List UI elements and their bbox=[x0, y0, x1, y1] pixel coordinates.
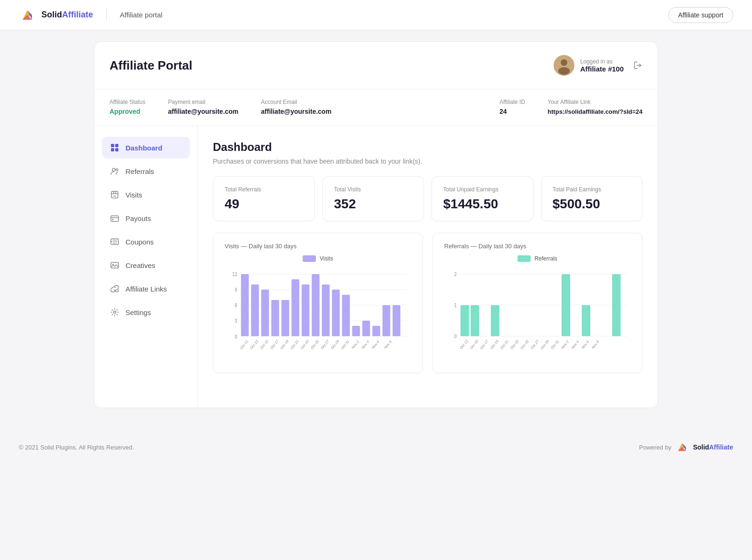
svg-text:Nov 2: Nov 2 bbox=[561, 339, 570, 350]
svg-text:Nov 2: Nov 2 bbox=[351, 339, 360, 350]
sidebar-label-referrals: Referrals bbox=[125, 167, 154, 175]
svg-text:Nov 8: Nov 8 bbox=[384, 339, 392, 350]
svg-text:Oct 21: Oct 21 bbox=[500, 339, 509, 351]
svg-text:12: 12 bbox=[232, 271, 237, 277]
svg-point-16 bbox=[114, 311, 116, 314]
sidebar-item-settings[interactable]: Settings bbox=[102, 301, 190, 323]
settings-icon bbox=[110, 307, 120, 317]
visits-chart-title: Visits — Daily last 30 days bbox=[225, 243, 411, 250]
svg-point-1 bbox=[561, 59, 567, 66]
svg-text:Oct 13: Oct 13 bbox=[459, 339, 469, 351]
stat-card-referrals: Total Referrals 49 bbox=[213, 176, 315, 221]
svg-text:Oct 23: Oct 23 bbox=[300, 339, 309, 351]
affiliate-links-icon bbox=[110, 284, 120, 294]
page-footer: © 2021 Solid Plugins. All Rights Reserve… bbox=[0, 431, 752, 464]
svg-rect-6 bbox=[115, 148, 118, 151]
svg-rect-66 bbox=[491, 305, 499, 336]
sidebar-item-visits[interactable]: Visits bbox=[102, 184, 190, 205]
stat-value-visits: 352 bbox=[334, 197, 413, 212]
sidebar-item-referrals[interactable]: Referrals bbox=[102, 160, 190, 182]
avatar bbox=[554, 55, 574, 76]
svg-rect-41 bbox=[383, 305, 391, 336]
charts-row: Visits — Daily last 30 days Visits bbox=[213, 233, 642, 373]
svg-text:Oct 27: Oct 27 bbox=[530, 339, 540, 351]
referrals-chart-title: Referrals — Daily last 30 days bbox=[444, 243, 631, 250]
svg-text:Oct 13: Oct 13 bbox=[250, 339, 259, 351]
svg-text:Oct 17: Oct 17 bbox=[270, 339, 279, 351]
svg-text:Oct 11: Oct 11 bbox=[239, 339, 249, 351]
svg-rect-33 bbox=[302, 284, 310, 336]
svg-rect-3 bbox=[111, 144, 114, 147]
svg-rect-30 bbox=[271, 300, 279, 336]
portal-header: Affiliate Portal Logged in as Affiliate … bbox=[94, 42, 658, 89]
stat-label-referrals: Total Referrals bbox=[225, 186, 303, 193]
user-details: Logged in as Affiliate #100 bbox=[580, 58, 624, 73]
payment-email-value: affiliate@yoursite.com bbox=[168, 108, 239, 115]
visits-chart-card: Visits — Daily last 30 days Visits bbox=[213, 233, 423, 373]
sidebar-label-payouts: Payouts bbox=[125, 214, 151, 222]
portal-card: Affiliate Portal Logged in as Affiliate … bbox=[94, 41, 658, 408]
svg-rect-36 bbox=[332, 290, 340, 336]
portal-title: Affiliate Portal bbox=[110, 58, 192, 73]
svg-text:Nov 6: Nov 6 bbox=[371, 339, 380, 350]
stat-value-referrals: 49 bbox=[225, 197, 303, 212]
svg-rect-39 bbox=[362, 321, 370, 336]
svg-rect-67 bbox=[562, 274, 570, 336]
svg-point-14 bbox=[112, 264, 114, 265]
svg-text:9: 9 bbox=[235, 287, 237, 292]
sidebar-item-dashboard[interactable]: Dashboard bbox=[102, 137, 190, 158]
stat-label-paid: Total Paid Earnings bbox=[553, 186, 631, 193]
svg-rect-64 bbox=[461, 305, 469, 336]
sidebar-label-coupons: Coupons bbox=[125, 238, 154, 246]
visits-legend-label: Visits bbox=[320, 255, 333, 262]
logout-icon[interactable] bbox=[633, 61, 642, 70]
info-bar: Affiliate Status Approved Payment email … bbox=[94, 89, 658, 126]
content-area: Dashboard Purchases or conversions that … bbox=[198, 126, 658, 408]
svg-rect-42 bbox=[392, 305, 400, 336]
svg-text:Oct 25: Oct 25 bbox=[310, 339, 320, 351]
visits-chart-legend: Visits bbox=[225, 255, 411, 262]
brand-logo bbox=[19, 7, 36, 24]
svg-rect-4 bbox=[115, 144, 118, 147]
support-button[interactable]: Affiliate support bbox=[668, 7, 733, 23]
payment-email-label: Payment email bbox=[168, 99, 239, 105]
sidebar-label-dashboard: Dashboard bbox=[125, 144, 162, 152]
svg-text:Oct 29: Oct 29 bbox=[540, 339, 549, 351]
referrals-legend-label: Referrals bbox=[534, 255, 557, 262]
svg-text:Oct 31: Oct 31 bbox=[550, 339, 560, 351]
svg-text:Oct 19: Oct 19 bbox=[280, 339, 289, 351]
stat-card-paid: Total Paid Earnings $500.50 bbox=[541, 176, 643, 221]
affiliate-link-label: Your Affiliate Link bbox=[548, 99, 642, 105]
account-email-value: affiliate@yoursite.com bbox=[261, 108, 331, 115]
sidebar-item-payouts[interactable]: Payouts bbox=[102, 207, 190, 229]
dashboard-icon bbox=[110, 142, 120, 153]
visits-chart-area: 12 9 6 3 0 bbox=[225, 269, 411, 363]
svg-rect-38 bbox=[352, 326, 360, 336]
svg-text:0: 0 bbox=[235, 334, 237, 339]
footer-brand-text: SolidAffiliate bbox=[693, 443, 733, 451]
main-wrapper: Affiliate Portal Logged in as Affiliate … bbox=[75, 30, 677, 431]
account-email-label: Account Email bbox=[261, 99, 331, 105]
stat-value-paid: $500.50 bbox=[553, 197, 631, 212]
svg-point-11 bbox=[112, 219, 114, 221]
svg-text:Oct 15: Oct 15 bbox=[470, 339, 479, 351]
svg-rect-31 bbox=[282, 300, 290, 336]
coupons-icon bbox=[110, 237, 120, 247]
svg-text:2: 2 bbox=[454, 271, 456, 277]
svg-rect-13 bbox=[111, 262, 118, 268]
inner-layout: Dashboard Referrals bbox=[94, 126, 658, 408]
referrals-legend-color bbox=[517, 255, 531, 262]
sidebar-item-coupons[interactable]: Coupons bbox=[102, 231, 190, 252]
svg-rect-69 bbox=[612, 274, 620, 336]
svg-rect-27 bbox=[241, 274, 249, 336]
powered-by-label: Powered by bbox=[639, 444, 672, 451]
stat-card-visits: Total Visits 352 bbox=[322, 176, 424, 221]
svg-text:Nov 4: Nov 4 bbox=[361, 339, 370, 350]
sidebar-item-affiliate-links[interactable]: Affiliate Links bbox=[102, 278, 190, 300]
sidebar-item-creatives[interactable]: Creatives bbox=[102, 254, 190, 276]
logo-text: SolidAffiliate bbox=[41, 10, 93, 20]
svg-rect-32 bbox=[291, 279, 299, 336]
svg-text:Nov 4: Nov 4 bbox=[571, 339, 580, 350]
svg-rect-40 bbox=[372, 326, 380, 336]
affiliate-id-label: Affiliate ID bbox=[500, 99, 525, 105]
